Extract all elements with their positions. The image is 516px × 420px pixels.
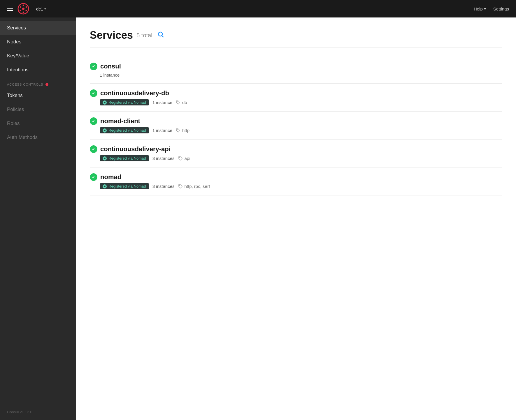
nomad-badge-icon: ◉ [103, 184, 107, 188]
sidebar-nav: Services Nodes Key/Value Intentions ACCE… [0, 21, 76, 404]
health-check-icon [90, 173, 97, 181]
main-content: Services 5 total consul1 instancecontinu… [76, 17, 516, 420]
service-row-main: consul [90, 63, 502, 70]
nomad-badge: ◉Registered via Nomad [100, 99, 149, 105]
svg-point-7 [20, 6, 21, 8]
help-link[interactable]: Help ▾ [474, 6, 486, 11]
sidebar: Services Nodes Key/Value Intentions ACCE… [0, 17, 76, 420]
instance-count: 1 instance [100, 73, 120, 77]
datacenter-selector[interactable]: dc1 ▾ [36, 6, 46, 11]
service-row[interactable]: nomad◉Registered via Nomad3 instanceshtt… [90, 167, 502, 195]
access-controls-section-label: ACCESS CONTROLS [0, 77, 76, 89]
instance-count: 1 instance [152, 128, 172, 133]
datacenter-label: dc1 [36, 6, 43, 11]
service-meta: ◉Registered via Nomad1 instancedb [90, 99, 502, 105]
nomad-badge-icon: ◉ [103, 128, 107, 133]
nomad-badge: ◉Registered via Nomad [100, 183, 149, 189]
svg-line-9 [162, 36, 163, 37]
tag-container: api [178, 156, 190, 161]
service-row[interactable]: nomad-client◉Registered via Nomad1 insta… [90, 112, 502, 140]
tag-label: http, rpc, serf [185, 184, 210, 189]
tag-label: api [185, 156, 190, 161]
service-row[interactable]: continuousdelivery-db◉Registered via Nom… [90, 84, 502, 112]
hamburger-menu[interactable] [7, 7, 13, 11]
logo [17, 3, 29, 15]
svg-point-10 [177, 101, 178, 102]
datacenter-chevron-icon: ▾ [44, 7, 46, 11]
service-row-main: continuousdelivery-db [90, 89, 502, 97]
sidebar-item-services[interactable]: Services [0, 21, 76, 35]
sidebar-item-roles[interactable]: Roles [0, 117, 76, 130]
help-chevron-icon: ▾ [484, 6, 486, 11]
service-name: consul [100, 63, 121, 70]
svg-point-13 [179, 185, 180, 186]
sidebar-item-keyvalue[interactable]: Key/Value [0, 49, 76, 63]
nomad-badge: ◉Registered via Nomad [100, 155, 149, 161]
sidebar-item-intentions[interactable]: Intentions [0, 63, 76, 77]
service-name: nomad-client [100, 117, 140, 125]
service-name: continuousdelivery-db [100, 89, 169, 97]
svg-point-6 [20, 10, 21, 11]
health-check-icon [90, 89, 97, 97]
service-row-main: continuousdelivery-api [90, 145, 502, 153]
sidebar-item-tokens[interactable]: Tokens [0, 89, 76, 103]
sidebar-item-nodes[interactable]: Nodes [0, 35, 76, 49]
page-count: 5 total [136, 32, 152, 39]
tag-icon [178, 184, 183, 189]
topnav-left: dc1 ▾ [7, 3, 46, 15]
service-meta: ◉Registered via Nomad1 instancehttp [90, 127, 502, 133]
app-layout: Services Nodes Key/Value Intentions ACCE… [0, 17, 516, 420]
service-row-main: nomad [90, 173, 502, 181]
service-row-main: nomad-client [90, 117, 502, 125]
tag-icon [176, 128, 180, 133]
nomad-badge-icon: ◉ [103, 100, 107, 105]
instance-count: 1 instance [152, 100, 172, 105]
svg-point-3 [26, 6, 27, 8]
instance-count: 3 instances [152, 184, 175, 189]
service-meta: ◉Registered via Nomad3 instanceshttp, rp… [90, 183, 502, 189]
tag-container: http [176, 128, 189, 133]
settings-link[interactable]: Settings [493, 6, 509, 11]
tag-container: http, rpc, serf [178, 184, 210, 189]
svg-point-5 [23, 12, 24, 13]
tag-label: http [182, 128, 189, 133]
tag-container: db [176, 100, 187, 105]
sidebar-footer: Consul v1.12.0 [0, 404, 76, 420]
health-check-icon [90, 63, 97, 70]
service-meta: 1 instance [90, 73, 502, 77]
topnav-right: Help ▾ Settings [474, 6, 509, 11]
service-name: nomad [100, 173, 121, 181]
service-row[interactable]: continuousdelivery-api◉Registered via No… [90, 140, 502, 167]
version-label: Consul v1.12.0 [7, 410, 32, 414]
nomad-badge: ◉Registered via Nomad [100, 127, 149, 133]
svg-point-1 [22, 8, 24, 10]
sidebar-item-auth-methods[interactable]: Auth Methods [0, 130, 76, 144]
service-row[interactable]: consul1 instance [90, 57, 502, 84]
tag-label: db [182, 100, 187, 105]
svg-point-4 [26, 10, 27, 11]
service-name: continuousdelivery-api [100, 145, 171, 153]
svg-point-2 [23, 5, 24, 6]
access-controls-dot [45, 83, 48, 86]
tag-icon [178, 156, 183, 161]
topnav: dc1 ▾ Help ▾ Settings [0, 0, 516, 17]
page-header: Services 5 total [90, 29, 502, 47]
consul-logo-icon [17, 3, 29, 15]
page-title: Services [90, 29, 133, 41]
service-meta: ◉Registered via Nomad3 instancesapi [90, 155, 502, 161]
svg-point-11 [177, 129, 178, 130]
nomad-badge-icon: ◉ [103, 156, 107, 160]
sidebar-item-policies[interactable]: Policies [0, 103, 76, 117]
health-check-icon [90, 145, 97, 153]
svg-point-12 [179, 157, 180, 158]
instance-count: 3 instances [152, 156, 175, 161]
health-check-icon [90, 117, 97, 125]
service-list: consul1 instancecontinuousdelivery-db◉Re… [90, 57, 502, 195]
search-icon[interactable] [157, 31, 164, 40]
tag-icon [176, 100, 180, 105]
